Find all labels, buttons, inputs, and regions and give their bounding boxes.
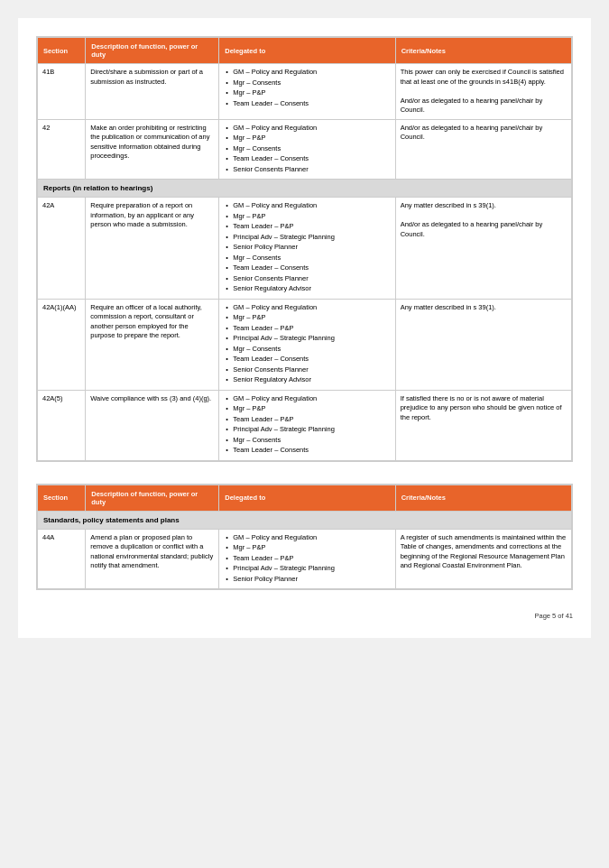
list-item: GM – Policy and Regulation — [224, 394, 390, 404]
cell-desc: Direct/share a submission or part of a s… — [86, 64, 219, 120]
table-row: 42A Require preparation of a report on i… — [38, 198, 572, 300]
section-header-label: Standards, policy statements and plans — [38, 511, 572, 529]
cell-criteria: Any matter described in s 39(1). And/or … — [395, 198, 571, 300]
table-2: Section Description of function, power o… — [36, 484, 573, 591]
cell-delegated: GM – Policy and Regulation Mgr – P&P Tea… — [219, 529, 395, 589]
cell-delegated: GM – Policy and Regulation Mgr – Consent… — [219, 64, 395, 120]
header-desc-2: Description of function, power or duty — [86, 485, 219, 511]
list-item: Team Leader – Consents — [224, 355, 390, 365]
cell-criteria: A register of such amendments is maintai… — [395, 529, 571, 589]
cell-desc: Amend a plan or proposed plan to remove … — [86, 529, 219, 589]
list-item: Mgr – P&P — [224, 543, 390, 553]
list-item: Senior Consents Planner — [224, 165, 390, 175]
header-section-1: Section — [38, 38, 86, 64]
table-1: Section Description of function, power o… — [36, 36, 573, 462]
list-item: Principal Adv – Strategic Planning — [224, 564, 390, 574]
list-item: Mgr – P&P — [224, 212, 390, 222]
cell-delegated: GM – Policy and Regulation Mgr – P&P Tea… — [219, 299, 395, 390]
page-footer: Page 5 of 41 — [36, 612, 573, 620]
cell-delegated: GM – Policy and Regulation Mgr – P&P Mgr… — [219, 119, 395, 180]
cell-delegated: GM – Policy and Regulation Mgr – P&P Tea… — [219, 390, 395, 460]
table-row: 42A(5) Waive compliance with ss (3) and … — [38, 390, 572, 460]
cell-section: 42 — [38, 119, 86, 180]
list-item: GM – Policy and Regulation — [224, 68, 390, 78]
cell-section: 42A — [38, 198, 86, 300]
cell-criteria: Any matter described in s 39(1). — [395, 299, 571, 390]
cell-desc: Waive compliance with ss (3) and (4)(g). — [86, 390, 219, 460]
list-item: Mgr – Consents — [224, 254, 390, 263]
cell-section: 44A — [38, 529, 86, 589]
list-item: Team Leader – Consents — [224, 154, 390, 164]
table-row: 41B Direct/share a submission or part of… — [38, 64, 572, 120]
sub-section-label: Reports (in relation to hearings) — [38, 180, 572, 198]
list-item: Team Leader – Consents — [224, 263, 390, 273]
list-item: Mgr – P&P — [224, 134, 390, 143]
table-row: 42A(1)(AA) Require an officer of a local… — [38, 299, 572, 390]
list-item: Team Leader – P&P — [224, 324, 390, 334]
header-delegated-2: Delegated to — [219, 485, 395, 511]
list-item: Mgr – P&P — [224, 404, 390, 414]
list-item: Principal Adv – Strategic Planning — [224, 334, 390, 344]
list-item: Mgr – Consents — [224, 144, 390, 154]
header-section-2: Section — [38, 485, 86, 511]
list-item: Team Leader – P&P — [224, 222, 390, 232]
list-item: Mgr – P&P — [224, 313, 390, 323]
page-info: Page 5 of 41 — [534, 612, 573, 620]
list-item: Team Leader – Consents — [224, 99, 390, 109]
list-item: Mgr – P&P — [224, 88, 390, 98]
list-item: Team Leader – Consents — [224, 446, 390, 456]
cell-criteria: If satisfied there is no or is not aware… — [395, 390, 571, 460]
list-item: Mgr – Consents — [224, 345, 390, 355]
cell-section: 42A(5) — [38, 390, 86, 460]
list-item: GM – Policy and Regulation — [224, 533, 390, 543]
list-item: Principal Adv – Strategic Planning — [224, 233, 390, 243]
list-item: Mgr – Consents — [224, 436, 390, 446]
cell-section: 41B — [38, 64, 86, 120]
list-item: Senior Policy Planner — [224, 243, 390, 253]
list-item: Senior Consents Planner — [224, 274, 390, 284]
list-item: Senior Regulatory Advisor — [224, 375, 390, 385]
cell-delegated: GM – Policy and Regulation Mgr – P&P Tea… — [219, 198, 395, 300]
cell-criteria: And/or as delegated to a hearing panel/c… — [395, 119, 571, 180]
page-container: Section Description of function, power o… — [18, 18, 591, 638]
list-item: Senior Policy Planner — [224, 575, 390, 585]
list-item: Mgr – Consents — [224, 78, 390, 88]
list-item: Team Leader – P&P — [224, 415, 390, 425]
cell-criteria: This power can only be exercised if Coun… — [395, 64, 571, 120]
list-item: GM – Policy and Regulation — [224, 303, 390, 313]
section-header-row: Standards, policy statements and plans — [38, 511, 572, 529]
header-desc-1: Description of function, power or duty — [86, 38, 219, 64]
table-row: 44A Amend a plan or proposed plan to rem… — [38, 529, 572, 589]
header-criteria-1: Criteria/Notes — [395, 38, 571, 64]
sub-section-header: Reports (in relation to hearings) — [38, 180, 572, 198]
cell-section: 42A(1)(AA) — [38, 299, 86, 390]
list-item: Senior Consents Planner — [224, 365, 390, 375]
header-criteria-2: Criteria/Notes — [395, 485, 571, 511]
list-item: GM – Policy and Regulation — [224, 124, 390, 134]
list-item: GM – Policy and Regulation — [224, 201, 390, 211]
cell-desc: Require preparation of a report on infor… — [86, 198, 219, 300]
list-item: Senior Regulatory Advisor — [224, 284, 390, 294]
list-item: Principal Adv – Strategic Planning — [224, 425, 390, 435]
list-item: Team Leader – P&P — [224, 554, 390, 564]
header-delegated-1: Delegated to — [219, 38, 395, 64]
table-row: 42 Make an order prohibiting or restrict… — [38, 119, 572, 180]
cell-desc: Require an officer of a local authority,… — [86, 299, 219, 390]
cell-desc: Make an order prohibiting or restricting… — [86, 119, 219, 180]
